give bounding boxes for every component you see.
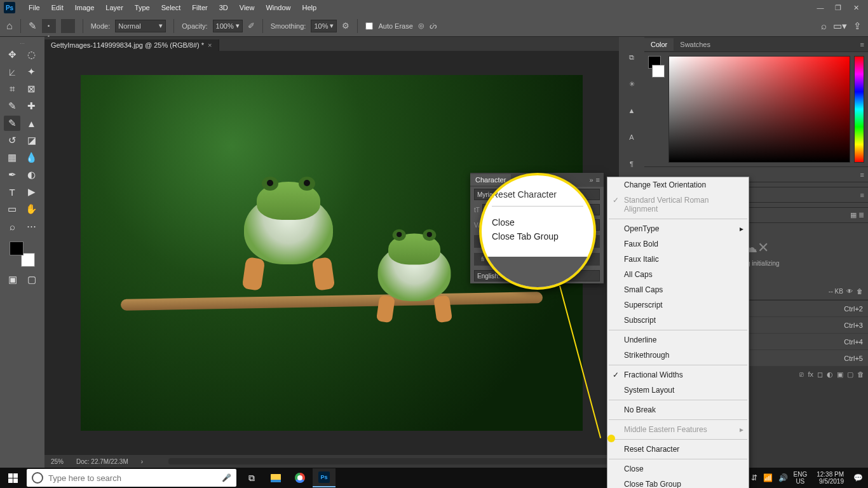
move-tool[interactable]: ✥: [4, 47, 20, 62]
search-icon[interactable]: ⌕: [821, 20, 827, 32]
screen-mode-icon[interactable]: ▢: [24, 272, 40, 287]
quick-mask-icon[interactable]: ▣: [4, 272, 21, 287]
link-layers-icon[interactable]: ⎚: [799, 370, 804, 378]
menu-item-faux-italic[interactable]: Faux Italic: [607, 252, 749, 267]
tab-color[interactable]: Color: [644, 38, 674, 51]
clone-stamp-tool[interactable]: ▲: [24, 116, 40, 131]
panel-view-icons[interactable]: ▦ ≣: [846, 211, 868, 219]
blur-tool[interactable]: 💧: [24, 150, 40, 165]
brush-settings-icon[interactable]: [61, 19, 75, 33]
workspace-switcher-icon[interactable]: ▭▾: [833, 20, 847, 32]
menu-image[interactable]: Image: [69, 4, 100, 11]
pencil-tool[interactable]: ✎: [4, 116, 20, 131]
pencil-tool-icon[interactable]: ✎: [29, 20, 37, 32]
history-panel-icon[interactable]: ⧉: [624, 50, 639, 65]
smoothing-input[interactable]: 10%▾: [311, 20, 337, 32]
tab-swatches[interactable]: Swatches: [674, 38, 717, 51]
start-button[interactable]: [0, 473, 25, 483]
menu-item-close-tab-group[interactable]: Close Tab Group: [607, 477, 749, 488]
restore-icon[interactable]: ❐: [834, 3, 843, 12]
quick-select-tool[interactable]: ✦: [24, 64, 40, 79]
menu-item-fractional-widths[interactable]: ✓Fractional Widths: [607, 367, 749, 383]
lasso-tool[interactable]: ⟀: [4, 64, 20, 79]
menu-help[interactable]: Help: [297, 4, 323, 11]
healing-tool[interactable]: ✚: [24, 98, 40, 114]
input-locale[interactable]: US: [794, 478, 808, 485]
document-tab[interactable]: GettyImages-1149999834.jpg @ 25% (RGB/8#…: [44, 39, 219, 51]
photoshop-taskbar-icon[interactable]: Ps: [313, 468, 336, 487]
layer-style-icon[interactable]: fx: [808, 370, 813, 378]
zoom-indicator[interactable]: 25%: [51, 458, 64, 465]
menu-item-close[interactable]: Close: [607, 461, 749, 477]
hue-slider[interactable]: [854, 56, 864, 163]
search-input[interactable]: [48, 473, 217, 483]
rectangle-tool[interactable]: ▭: [4, 201, 20, 217]
menu-window[interactable]: Window: [260, 4, 296, 11]
paragraph-panel-icon[interactable]: ¶: [624, 156, 639, 172]
task-view-icon[interactable]: ⧉: [240, 468, 263, 487]
menu-item-opentype[interactable]: OpenType▸: [607, 221, 749, 236]
chrome-icon[interactable]: [288, 468, 311, 487]
menu-file[interactable]: File: [23, 4, 46, 11]
action-center-icon[interactable]: 💬: [853, 473, 863, 482]
menu-item-subscript[interactable]: Subscript: [607, 313, 749, 328]
doc-info-chevron-icon[interactable]: ›: [141, 458, 143, 465]
type-tool[interactable]: T: [4, 184, 20, 200]
expand-icon[interactable]: »: [589, 176, 593, 184]
menu-item-system-layout[interactable]: System Layout: [607, 383, 749, 398]
close-icon[interactable]: ✕: [851, 3, 860, 12]
frame-tool[interactable]: ⊠: [24, 81, 40, 97]
taskbar-search[interactable]: 🎤: [27, 469, 236, 487]
menu-3d[interactable]: 3D: [214, 4, 234, 11]
menu-select[interactable]: Select: [156, 4, 187, 11]
panel-menu-icon[interactable]: ≡: [857, 41, 868, 48]
clock[interactable]: 12:38 PM 9/5/2019: [813, 471, 848, 485]
histogram-panel-icon[interactable]: ▲: [624, 103, 639, 118]
pressure-size-icon[interactable]: ◎: [418, 22, 424, 30]
menu-item-small-caps[interactable]: Small Caps: [607, 282, 749, 297]
menu-item-reset-character[interactable]: Reset Character: [607, 442, 749, 457]
menu-type[interactable]: Type: [129, 4, 156, 11]
menu-item-change-text-orientation[interactable]: Change Text Orientation: [607, 177, 749, 193]
menu-filter[interactable]: Filter: [186, 4, 213, 11]
panel-menu-icon[interactable]: ≡: [596, 176, 600, 184]
dodge-tool[interactable]: ◐: [24, 167, 40, 182]
panel-menu-icon[interactable]: ≡: [857, 191, 868, 199]
file-explorer-icon[interactable]: [264, 468, 287, 487]
minimize-icon[interactable]: —: [816, 3, 825, 12]
marquee-tool[interactable]: ◌: [24, 47, 40, 62]
symmetry-icon[interactable]: ᔖ: [430, 21, 437, 30]
styles-panel-icon[interactable]: ✳: [624, 76, 639, 92]
pen-tool[interactable]: ✒: [4, 167, 20, 182]
group-icon[interactable]: ▣: [837, 370, 843, 379]
home-icon[interactable]: ⌂: [6, 20, 13, 32]
delete-layer-icon[interactable]: 🗑: [857, 370, 864, 378]
zoom-tool[interactable]: ⌕: [4, 219, 20, 234]
menu-layer[interactable]: Layer: [100, 4, 129, 11]
horizontal-scrollbar[interactable]: [168, 458, 613, 464]
mic-icon[interactable]: 🎤: [222, 473, 231, 482]
auto-erase-checkbox[interactable]: [365, 22, 373, 30]
share-icon[interactable]: ⇪: [853, 20, 862, 32]
brush-preview[interactable]: •1: [42, 19, 56, 33]
character-panel-icon[interactable]: A: [624, 130, 639, 145]
input-lang[interactable]: ENG: [794, 471, 808, 478]
eraser-tool[interactable]: ◪: [24, 133, 40, 148]
panel-menu-icon[interactable]: ≡: [857, 171, 868, 179]
gradient-tool[interactable]: ▦: [4, 150, 20, 165]
volume-icon[interactable]: 🔊: [778, 473, 788, 482]
adjustment-layer-icon[interactable]: ◐: [827, 370, 833, 379]
menu-edit[interactable]: Edit: [46, 4, 69, 11]
doc-info[interactable]: Doc: 22.7M/22.3M: [76, 458, 128, 465]
menu-view[interactable]: View: [234, 4, 261, 11]
menu-item-no-break[interactable]: No Break: [607, 402, 749, 417]
hand-tool[interactable]: ✋: [24, 201, 40, 217]
foreground-background-colors[interactable]: [10, 241, 35, 267]
smoothing-gear-icon[interactable]: ⚙: [342, 21, 349, 30]
layer-mask-icon[interactable]: ◻: [817, 370, 823, 379]
pressure-opacity-icon[interactable]: ✐: [248, 21, 255, 30]
new-layer-icon[interactable]: ▢: [847, 370, 853, 379]
menu-item-strikethrough[interactable]: Strikethrough: [607, 348, 749, 363]
path-select-tool[interactable]: ▶: [24, 184, 40, 200]
menu-item-underline[interactable]: Underline: [607, 332, 749, 348]
